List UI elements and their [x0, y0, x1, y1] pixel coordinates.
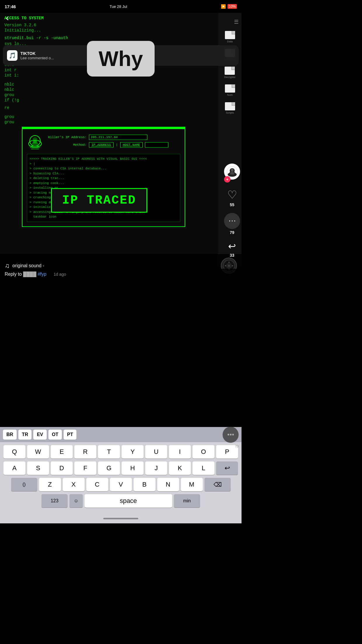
back-button[interactable]: ‹ [6, 13, 9, 23]
hashtag-fyp: #fyp [38, 272, 46, 277]
sound-text: original sound - [13, 263, 44, 268]
reply-prefix: Reply to [5, 272, 23, 277]
share-count: 33 [230, 253, 235, 258]
key-numbers[interactable]: 123 [41, 494, 68, 508]
home-indicator [103, 518, 138, 519]
key-v[interactable]: V [110, 478, 132, 491]
shortcut-ev[interactable]: EV [33, 430, 46, 440]
key-g[interactable]: G [98, 461, 120, 475]
shortcut-pt[interactable]: PT [64, 430, 76, 440]
key-row-2: A S D F G H J K L ↩ [2, 461, 240, 475]
terminal-line-5: > emptying cook... [29, 181, 178, 186]
why-text: Why [99, 47, 143, 70]
num-label: Num [227, 93, 232, 96]
method-host-btn[interactable]: HOST_NAME [120, 142, 143, 147]
auto-button[interactable] [223, 427, 239, 443]
key-h[interactable]: H [122, 461, 144, 475]
creator-avatar-btn[interactable]: + [224, 164, 240, 183]
wifi-icon: ▶️ [221, 4, 226, 9]
svg-rect-4 [32, 143, 38, 145]
svg-point-17 [228, 265, 230, 267]
key-a[interactable]: A [4, 461, 25, 475]
key-parens[interactable]: () [11, 478, 37, 491]
key-j[interactable]: J [145, 461, 167, 475]
key-x[interactable]: X [63, 478, 85, 491]
num-folder[interactable]: Num [225, 84, 235, 96]
key-delete[interactable]: ⌫ [204, 478, 231, 491]
terminal-line-4: > deleting trac... [29, 176, 178, 181]
comment-dots-icon: ⋯ [228, 216, 236, 225]
key-c[interactable]: C [86, 478, 108, 491]
key-m[interactable]: M [181, 478, 203, 491]
key-s[interactable]: S [27, 461, 49, 475]
shortcut-br[interactable]: BR [3, 430, 17, 440]
key-e[interactable]: E [51, 445, 73, 459]
scripts-folder[interactable]: Scripts [225, 102, 235, 114]
like-count: 55 [230, 202, 235, 207]
key-p[interactable]: P [216, 445, 238, 459]
key-y[interactable]: Y [122, 445, 144, 459]
key-t[interactable]: T [98, 445, 120, 459]
if-lg: if (!g [4, 98, 214, 103]
key-w[interactable]: W [27, 445, 49, 459]
tiktok-icon: 🎵 [9, 52, 16, 59]
key-u[interactable]: U [145, 445, 167, 459]
key-k[interactable]: K [169, 461, 191, 475]
num-file-icon [225, 84, 235, 93]
svg-point-18 [228, 262, 230, 263]
key-return[interactable]: min [174, 494, 200, 508]
shortcut-ot[interactable]: OT [48, 430, 62, 440]
ip-input[interactable] [89, 135, 147, 140]
version-line: Version 3.2.6 [4, 23, 214, 27]
method-ip-btn[interactable]: IP_ADDRESS [89, 142, 113, 147]
key-b[interactable]: B [134, 478, 155, 491]
key-o[interactable]: O [193, 445, 214, 459]
key-z[interactable]: Z [39, 478, 61, 491]
scripts-label: Scripts [226, 111, 234, 114]
init-line: Initializing... [4, 28, 214, 33]
comment-button[interactable]: ⋯ 79 [224, 213, 240, 235]
ip-form: Killer's IP Address: Method: IP_ADDRESS … [27, 133, 180, 151]
method-row: Method: IP_ADDRESS | HOST_NAME [46, 142, 180, 147]
key-share-arrow[interactable]: ↩ [216, 461, 238, 475]
terminal-line-1: > | [29, 162, 178, 166]
data-folder[interactable]: Data [225, 31, 235, 43]
like-button[interactable]: ♡ 55 [227, 188, 237, 207]
key-r[interactable]: R [74, 445, 96, 459]
auto-label: 79 [235, 445, 239, 448]
key-f[interactable]: F [74, 461, 96, 475]
nblc2: nblc [4, 87, 214, 92]
method-separator: | [116, 143, 118, 147]
ip-traced-text: IP TRACED [62, 193, 136, 207]
share-button[interactable]: ↩ 33 [228, 241, 236, 258]
key-i[interactable]: I [169, 445, 191, 459]
hamburger-icon[interactable]: ☰ [234, 19, 239, 25]
svg-rect-14 [230, 173, 234, 174]
key-row-4: 123 ☺ space min [2, 494, 240, 508]
auto-btn-container: 79 [223, 427, 239, 443]
svg-point-12 [231, 169, 234, 171]
key-space[interactable]: space [85, 494, 172, 508]
home-indicator-area [0, 513, 242, 523]
status-icons: ▶️ 10% [221, 4, 237, 9]
shortcut-tr[interactable]: TR [18, 430, 32, 440]
anonymous-logo [27, 133, 43, 151]
access-label: ACCESS TO SYSTEM [4, 16, 214, 20]
key-q[interactable]: Q [4, 445, 25, 459]
re: re [4, 105, 214, 110]
decryptor-file-icon [225, 67, 235, 75]
key-emoji[interactable]: ☺ [69, 494, 83, 508]
key-row-1: Q W E R T Y U I O P [2, 445, 240, 459]
key-l[interactable]: L [193, 461, 214, 475]
decryptor-label: Decryptor [224, 76, 235, 79]
ip-address-row: Killer's IP Address: [46, 135, 180, 140]
comment-bubble-icon: ⋯ [224, 213, 240, 229]
terminal-line-0: >>>>> TRACKING KILLER'S IP ADDRESS WITH … [29, 157, 178, 162]
svg-point-23 [230, 434, 232, 435]
svg-point-21 [232, 265, 233, 266]
key-d[interactable]: D [51, 461, 73, 475]
key-n[interactable]: N [157, 478, 179, 491]
decryptor-folder[interactable]: Decryptor [224, 67, 235, 79]
host-input[interactable] [145, 142, 168, 147]
terminal-line-2: > connecting to CIA internal database... [29, 166, 178, 171]
